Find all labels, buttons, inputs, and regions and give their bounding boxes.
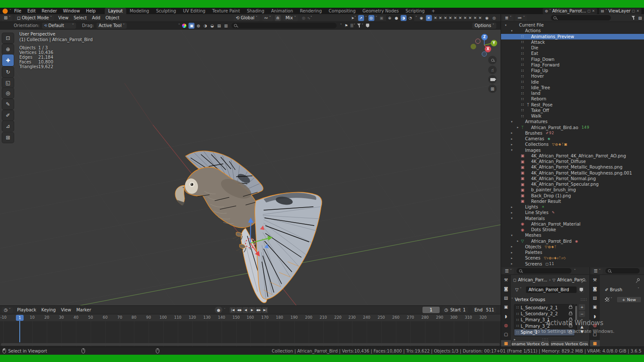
shading-mode-button[interactable]: ◑	[401, 15, 407, 21]
measure-tool[interactable]: ⊿	[2, 121, 14, 131]
vertex-group-row[interactable]: ∷ L_Secondary_2_2	[514, 311, 574, 317]
timeline-editor-type-button[interactable]: ◷ ˅	[2, 307, 13, 313]
auto-keying-button[interactable]: ●	[215, 307, 222, 313]
expand-icon[interactable]: ▾	[510, 120, 514, 124]
scrollbar-thumb[interactable]	[575, 306, 577, 320]
outliner-row[interactable]: ▾ Images	[501, 148, 644, 153]
tab-output[interactable]: ▤	[590, 295, 600, 301]
workspace-tab[interactable]: Rendering	[296, 8, 325, 14]
new-texture-button[interactable]: + New	[617, 296, 641, 303]
workspace-tab[interactable]: Sculpting	[152, 8, 179, 14]
tab-scene[interactable]: ◗	[501, 313, 511, 320]
mix-dropdown[interactable]: Mix ˅	[283, 15, 298, 21]
transform-tool[interactable]: ◎	[2, 88, 14, 98]
annotate-tool[interactable]: ✎	[2, 99, 14, 109]
expand-icon[interactable]: ▾	[510, 217, 514, 220]
copy-layer-icon[interactable]: ▢	[632, 9, 635, 13]
missing-icon[interactable]: ✕	[477, 16, 483, 20]
vertex-group-row[interactable]: ∷ L_Pimary_3_2	[514, 323, 574, 329]
outliner-row[interactable]: ∷ Flap_Forward	[501, 62, 644, 68]
options-dropdown[interactable]: Options ˅	[472, 23, 496, 29]
axis-neg-x-ball[interactable]	[475, 39, 480, 44]
outliner-row[interactable]: ▣ b_painter_brush_img	[501, 187, 644, 193]
missing-icon[interactable]: ✕	[448, 16, 453, 20]
close-scene-icon[interactable]: ✕	[592, 9, 595, 13]
outliner-row[interactable]: ▸ Palettes	[501, 250, 644, 255]
outliner-editor-type-button[interactable]: ≣ ˅	[503, 15, 513, 21]
outliner-row[interactable]: ▾ Actions	[501, 28, 644, 33]
tab-collection[interactable]: ▢	[590, 331, 600, 338]
tab-render[interactable]: ◙	[501, 286, 511, 292]
outliner-row[interactable]: ▣ 4K_African_Parrot_Metallic_Roughness.p…	[501, 164, 644, 170]
timeline-ruler[interactable]: -101020304050607080901001101201301401501…	[0, 314, 501, 321]
panel-grip-icon[interactable]: ∷∷	[580, 297, 587, 302]
cursor-tool[interactable]: ⊕	[2, 44, 14, 54]
close-layer-icon[interactable]: ✕	[636, 9, 639, 13]
workspace-tab[interactable]: Layout	[105, 8, 126, 14]
outliner-row[interactable]: ▣ 4K_African_Parrot_Diffuse	[501, 159, 644, 164]
texture-editor-type-button[interactable]: ☰ ˅	[592, 268, 603, 274]
add-cube-tool[interactable]: ⊞	[2, 133, 14, 143]
lock-icon[interactable]	[569, 313, 572, 315]
view-layer-selector[interactable]: ▤ ˅ ViewLayer ▢ ✕	[599, 8, 641, 14]
tab-object[interactable]: ■	[501, 340, 511, 347]
unknown-toggle[interactable]: ✕	[426, 15, 432, 21]
expand-icon[interactable]: ▸	[516, 126, 520, 129]
blender-logo-icon[interactable]	[3, 9, 8, 14]
add-workspace-button[interactable]: +	[428, 8, 438, 14]
outliner-row[interactable]: ▣ Render Result	[501, 199, 644, 204]
xray-toggle[interactable]: ▣	[379, 15, 385, 21]
parrot-model[interactable]	[172, 146, 335, 305]
zoom-view-button[interactable]	[488, 56, 497, 64]
viewport-menu-item[interactable]: Select	[71, 15, 89, 20]
vertex-group-row[interactable]: ∷ L_Secondary_2_1	[514, 305, 574, 311]
falloff-preset-icon[interactable]: ▣	[188, 23, 194, 29]
render-preview2-icon[interactable]: ◎	[491, 15, 497, 21]
navigation-gizmo[interactable]: Z Y X	[470, 31, 500, 59]
perspective-toggle-button[interactable]: ⊞	[488, 84, 497, 93]
missing-icon[interactable]: ✕	[433, 16, 438, 20]
magnet-toggle[interactable]: ⋒	[275, 15, 281, 21]
lock-icon[interactable]	[569, 319, 572, 321]
axis-neg-y-ball[interactable]	[471, 44, 476, 49]
workspace-tab[interactable]: Compositing	[325, 8, 359, 14]
outliner-row[interactable]: ▾ Current File	[501, 22, 644, 28]
outliner-row[interactable]: ▣ 4K_African_Parrot_4K_African_Parrot_AO…	[501, 153, 644, 159]
outliner-row[interactable]: ▸ Brushes ✐92	[501, 130, 644, 136]
falloff-preset-icon[interactable]: ▥	[223, 23, 229, 29]
move-group-down-button[interactable]: ▼	[579, 329, 585, 333]
pin-icon[interactable]	[637, 278, 640, 281]
tab-view-layer[interactable]: ▣	[590, 304, 600, 310]
bookmark-icon[interactable]: ⚑	[344, 24, 348, 28]
jump-end-button[interactable]: ▶|	[262, 307, 268, 313]
filter-dropdown[interactable]: ˅	[357, 24, 363, 27]
remove-vertex-group-action-button[interactable]: Remove Vertex Group	[550, 341, 589, 347]
timeline-scrollbar[interactable]	[1, 343, 500, 346]
menu-item[interactable]: Help	[83, 8, 99, 14]
data-type-dropdown[interactable]: ▽ ˅	[513, 287, 524, 293]
outliner-options-icon[interactable]: ▤	[638, 16, 642, 20]
falloff-preset-icon[interactable]: ◒	[209, 23, 215, 29]
viewport-menu-item[interactable]: Object	[103, 15, 122, 20]
overlays-toggle[interactable]: ◎	[368, 15, 374, 21]
render-preview-icon[interactable]: ◉	[484, 15, 490, 21]
outliner-row[interactable]: ▣ 4K_African_Parrot_Metallic_Roughness.p…	[501, 170, 644, 176]
timeline-menu-item[interactable]: Playback	[15, 308, 39, 312]
lock-icon[interactable]	[569, 331, 572, 334]
play-button[interactable]: ▶	[249, 307, 255, 313]
outliner-row[interactable]: ▸ ᛉ African_Parrot_Bird.ao 149	[501, 125, 644, 130]
tab-view-layer[interactable]: ▣	[501, 304, 511, 310]
outliner-filter-icon[interactable]	[632, 16, 635, 20]
workspace-tab[interactable]: Animation	[268, 8, 297, 14]
expand-icon[interactable]: ▾	[510, 148, 514, 152]
menu-item[interactable]: Edit	[24, 8, 39, 14]
axis-neg-z-ball[interactable]	[482, 51, 487, 57]
outliner-search-input[interactable]	[551, 15, 611, 21]
texture-type-dropdown[interactable]: ˅	[603, 296, 614, 302]
menu-item[interactable]: Window	[60, 8, 83, 14]
move-group-up-button[interactable]: ▲	[579, 325, 585, 329]
missing-icon[interactable]: ✕	[453, 16, 458, 20]
outliner-row[interactable]: ∷ Hover	[501, 73, 644, 79]
axis-y-ball[interactable]: Y	[491, 40, 497, 46]
viewport-3d[interactable]: ⊡ ⊕ ✚ ↻ ◱ ◎	[0, 30, 501, 305]
